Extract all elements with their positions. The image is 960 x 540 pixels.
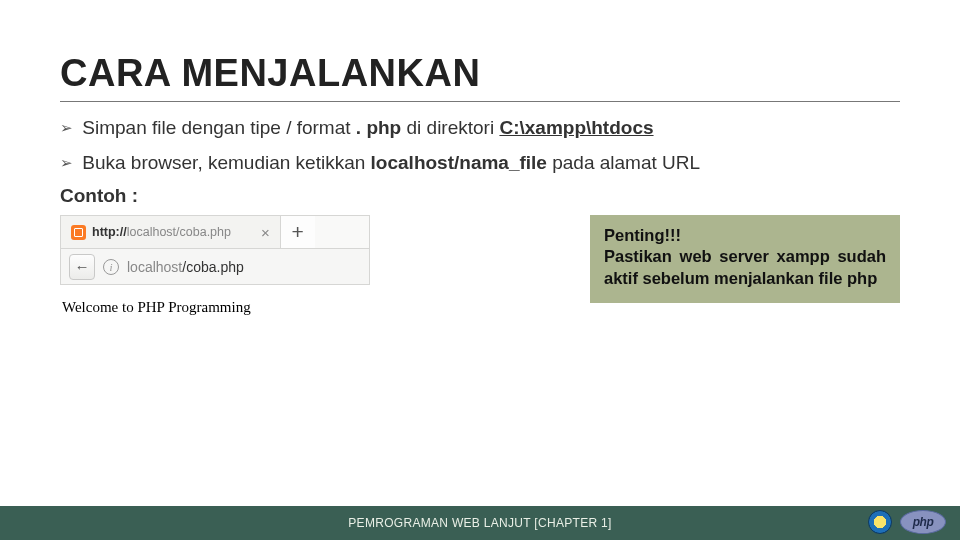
tab-url-scheme: http://: [92, 225, 127, 239]
new-tab-button[interactable]: +: [281, 216, 315, 248]
browser-tabbar: http://localhost/coba.php × +: [60, 215, 370, 249]
arrow-icon: ➢: [60, 153, 73, 173]
url-host: localhost: [127, 259, 182, 275]
bullet-2-pre: Buka browser, kemudian ketikkan: [82, 152, 370, 173]
slide-title: CARA MENJALANKAN: [60, 52, 900, 102]
page-content: Welcome to PHP Programming: [60, 285, 370, 316]
example-row: http://localhost/coba.php × + ← i localh…: [60, 215, 900, 316]
bullet-2: ➢ Buka browser, kemudian ketikkan localh…: [60, 151, 900, 176]
browser-toolbar: ← i localhost/coba.php: [60, 249, 370, 285]
php-logo-icon: php: [900, 510, 946, 534]
close-tab-icon[interactable]: ×: [261, 224, 270, 241]
example-label: Contoh :: [60, 185, 900, 207]
bullet-1-path: C:\xampp\htdocs: [499, 117, 653, 138]
xampp-favicon-icon: [71, 225, 86, 240]
bullet-1-bold-ext: . php: [356, 117, 401, 138]
site-info-icon[interactable]: i: [103, 259, 119, 275]
url-path: /coba.php: [182, 259, 244, 275]
footer-bar: PEMROGRAMAN WEB LANJUT [CHAPTER 1]: [0, 506, 960, 540]
arrow-left-icon: ←: [75, 258, 90, 275]
tab-title: http://localhost/coba.php: [92, 225, 231, 239]
bullet-1: ➢ Simpan file dengan tipe / format . php…: [60, 116, 900, 141]
bullet-1-pre: Simpan file dengan tipe / format: [82, 117, 350, 138]
important-note: Penting!!! Pastikan web server xampp sud…: [590, 215, 900, 302]
browser-mock: http://localhost/coba.php × + ← i localh…: [60, 215, 370, 316]
bullet-1-mid: di direktori: [407, 117, 500, 138]
footer-text: PEMROGRAMAN WEB LANJUT [CHAPTER 1]: [348, 516, 611, 530]
address-bar[interactable]: localhost/coba.php: [127, 259, 244, 275]
tab-url-rest: localhost/coba.php: [127, 225, 231, 239]
arrow-icon: ➢: [60, 118, 73, 138]
back-button[interactable]: ←: [69, 254, 95, 280]
footer-logos: php: [868, 510, 946, 534]
php-logo-label: php: [913, 515, 934, 529]
university-logo-icon: [868, 510, 892, 534]
bullet-2-post: pada alamat URL: [552, 152, 700, 173]
note-line-2: Pastikan web server xampp sudah aktif se…: [604, 246, 886, 288]
note-line-1: Penting!!!: [604, 225, 886, 246]
slide: CARA MENJALANKAN ➢ Simpan file dengan ti…: [0, 0, 960, 316]
bullet-2-bold: localhost/nama_file: [371, 152, 547, 173]
browser-tab[interactable]: http://localhost/coba.php ×: [61, 216, 281, 248]
